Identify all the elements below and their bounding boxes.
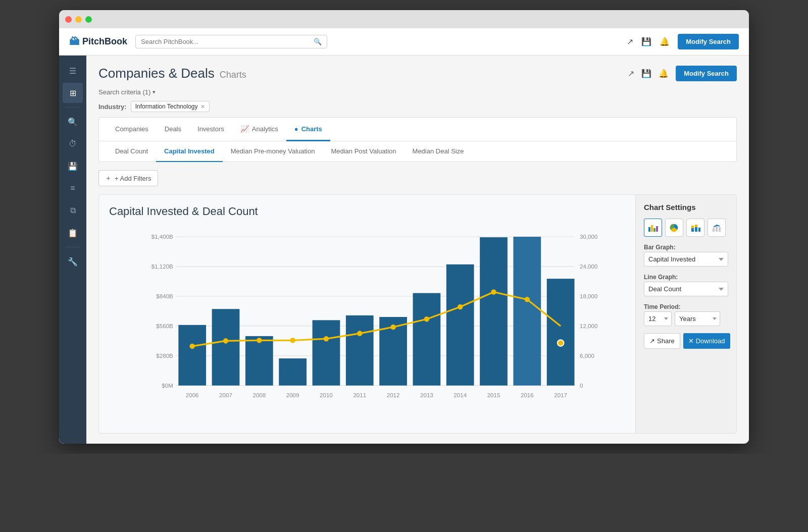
svg-point-41 (558, 340, 564, 346)
sidebar-item-dashboard[interactable]: ⊞ (63, 83, 83, 103)
svg-rect-25 (413, 293, 441, 386)
tab-companies[interactable]: Companies (107, 118, 157, 141)
tag-close-icon[interactable]: ✕ (200, 103, 205, 110)
page-title-main: Companies & Deals (98, 66, 215, 81)
tab-analytics[interactable]: 📈 Analytics (232, 118, 286, 141)
bar-chart-icon[interactable] (644, 219, 662, 237)
sidebar-item-clock[interactable]: ⏱ (63, 134, 83, 154)
page-title-sub: Charts (220, 70, 246, 80)
svg-text:12,000: 12,000 (580, 323, 597, 329)
svg-rect-26 (446, 264, 474, 386)
header-share-icon[interactable]: ↗ (628, 69, 634, 78)
bar-graph-select[interactable]: Capital Invested Deal Count Median Pre-m… (644, 252, 728, 267)
window-frame: 🏔 PitchBook 🔍 ↗ 💾 🔔 Modify Search ☰ ⊞ 🔍 (59, 10, 749, 444)
tab-charts[interactable]: ● Charts (286, 118, 330, 141)
bar-graph-section: Bar Graph: Capital Invested Deal Count M… (644, 244, 728, 267)
svg-rect-66 (719, 227, 721, 232)
svg-text:2007: 2007 (219, 392, 232, 398)
line-graph-select[interactable]: Deal Count Capital Invested None (644, 282, 728, 296)
sidebar-item-copy[interactable]: ⧉ (63, 200, 83, 221)
svg-point-39 (491, 289, 496, 295)
svg-rect-23 (346, 315, 374, 386)
logo: 🏔 PitchBook (69, 36, 127, 47)
svg-text:24,000: 24,000 (580, 263, 597, 270)
search-input[interactable] (141, 38, 311, 45)
search-bar[interactable]: 🔍 (135, 35, 327, 48)
share-button[interactable]: ↗ Share (644, 333, 680, 349)
download-button[interactable]: ✕ Download (683, 333, 730, 349)
svg-rect-20 (245, 336, 273, 386)
share-icon: ↗ (649, 337, 655, 345)
svg-point-32 (257, 338, 262, 343)
svg-text:6,000: 6,000 (580, 353, 594, 359)
close-button[interactable] (65, 16, 72, 23)
subtab-median-deal-size[interactable]: Median Deal Size (405, 141, 472, 162)
svg-rect-65 (716, 226, 718, 232)
svg-text:2011: 2011 (353, 392, 366, 398)
svg-rect-64 (713, 228, 715, 232)
tab-deals[interactable]: Deals (157, 118, 189, 141)
svg-text:2013: 2013 (420, 392, 433, 398)
sidebar-item-report[interactable]: 📋 (63, 223, 83, 243)
svg-rect-22 (313, 320, 340, 385)
svg-point-33 (290, 338, 295, 343)
svg-point-38 (458, 304, 463, 310)
modify-search-button[interactable]: Modify Search (678, 34, 739, 49)
notification-icon[interactable]: 🔔 (660, 37, 670, 46)
industry-filter-tag[interactable]: Information Technology ✕ (131, 101, 210, 112)
chart-main: Capital Invested & Deal Count (99, 195, 635, 433)
sidebar-item-list[interactable]: ≡ (63, 178, 83, 198)
svg-rect-55 (651, 225, 653, 232)
svg-text:2010: 2010 (320, 392, 333, 398)
sidebar-item-save[interactable]: 💾 (63, 156, 83, 176)
pie-chart-icon[interactable] (665, 219, 683, 237)
svg-point-37 (424, 316, 430, 322)
svg-text:30,000: 30,000 (580, 234, 597, 240)
modify-search-button-2[interactable]: Modify Search (676, 66, 737, 81)
page-title: Companies & Deals Charts (98, 66, 246, 81)
top-nav: 🏔 PitchBook 🔍 ↗ 💾 🔔 Modify Search (59, 28, 749, 56)
main-content: Companies & Deals Charts ↗ 💾 🔔 Modify Se… (86, 56, 749, 444)
maximize-button[interactable] (85, 16, 92, 23)
sidebar-divider (65, 107, 80, 108)
bar-graph-label: Bar Graph: (644, 244, 728, 251)
subtab-median-pre-money[interactable]: Median Pre-money Valuation (223, 141, 323, 162)
search-criteria-label[interactable]: Search criteria (1) ▾ (98, 88, 156, 96)
time-period-row: 12 6 24 Years Months (644, 311, 728, 326)
add-filters-button[interactable]: ＋ + Add Filters (98, 170, 158, 186)
plus-icon: ＋ (105, 174, 112, 183)
share-nav-icon[interactable]: ↗ (627, 37, 633, 46)
main-tabs: Companies Deals Investors 📈 Analytics (99, 118, 736, 141)
subtab-deal-count[interactable]: Deal Count (107, 141, 156, 162)
sidebar-item-menu[interactable]: ☰ (63, 61, 83, 81)
line-graph-section: Line Graph: Deal Count Capital Invested … (644, 274, 728, 296)
sidebar-item-wrench[interactable]: 🔧 (63, 251, 83, 272)
svg-rect-54 (648, 227, 650, 232)
svg-rect-19 (212, 309, 240, 386)
sidebar-item-search[interactable]: 🔍 (63, 112, 83, 132)
nav-icons: ↗ 💾 🔔 (627, 37, 670, 46)
stacked-bar-icon[interactable] (686, 219, 704, 237)
svg-point-35 (357, 331, 363, 336)
industry-row: Industry: Information Technology ✕ (98, 101, 737, 112)
title-bar (59, 10, 749, 28)
save-nav-icon[interactable]: 💾 (641, 37, 651, 46)
time-unit-select[interactable]: Years Months (675, 311, 720, 326)
app-body: 🏔 PitchBook 🔍 ↗ 💾 🔔 Modify Search ☰ ⊞ 🔍 (59, 28, 749, 444)
subtab-capital-invested[interactable]: Capital Invested (156, 141, 223, 162)
tab-investors[interactable]: Investors (189, 118, 232, 141)
header-actions: ↗ 💾 🔔 Modify Search (628, 66, 737, 81)
minimize-button[interactable] (75, 16, 82, 23)
logo-icon: 🏔 (69, 36, 79, 47)
header-save-icon[interactable]: 💾 (641, 69, 651, 78)
svg-text:$1,400B: $1,400B (152, 234, 173, 240)
header-bell-icon[interactable]: 🔔 (659, 69, 669, 78)
svg-text:2006: 2006 (186, 392, 199, 398)
chart-title: Capital Invested & Deal Count (109, 205, 625, 218)
subtab-median-post[interactable]: Median Post Valuation (323, 141, 404, 162)
svg-rect-29 (547, 279, 575, 386)
time-value-select[interactable]: 12 6 24 (644, 311, 672, 326)
svg-rect-60 (691, 226, 694, 228)
svg-point-30 (189, 344, 195, 349)
line-chart-type-icon[interactable] (708, 219, 726, 237)
